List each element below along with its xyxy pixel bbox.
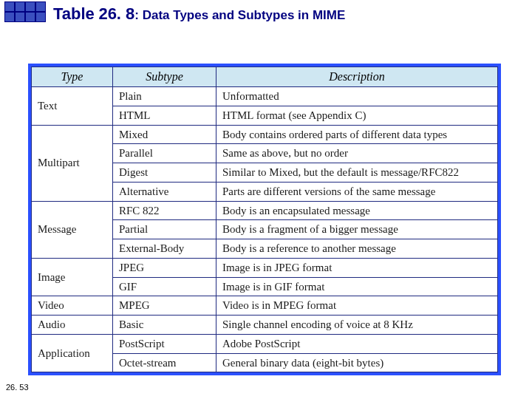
- table-header-row: Type Subtype Description: [32, 67, 498, 87]
- col-header-description: Description: [216, 67, 498, 87]
- subtype-cell: GIF: [113, 277, 216, 296]
- description-cell: Similar to Mixed, but the default is mes…: [216, 163, 498, 183]
- description-cell: Body is a fragment of a bigger message: [216, 220, 498, 239]
- description-cell: Same as above, but no order: [216, 144, 498, 163]
- subtype-cell: MPEG: [113, 296, 216, 316]
- slide-title: Table 26. 8: Data Types and Subtypes in …: [53, 4, 345, 24]
- subtype-cell: External-Body: [113, 239, 216, 259]
- table-row: MultipartMixedBody contains ordered part…: [32, 125, 498, 144]
- description-cell: Video is in MPEG format: [216, 296, 498, 316]
- type-cell: Message: [32, 201, 113, 258]
- decorative-grid-icon: [4, 1, 46, 22]
- description-cell: Unformatted: [216, 87, 498, 106]
- table-row: ApplicationPostScriptAdobe PostScript: [32, 334, 498, 353]
- title-rest: : Data Types and Subtypes in MIME: [134, 8, 345, 22]
- subtype-cell: Mixed: [113, 125, 216, 144]
- subtype-cell: Partial: [113, 220, 216, 239]
- subtype-cell: PostScript: [113, 334, 216, 353]
- subtype-cell: RFC 822: [113, 201, 216, 220]
- slide: Table 26. 8: Data Types and Subtypes in …: [0, 0, 532, 399]
- type-cell: Text: [32, 87, 113, 126]
- description-cell: Image is in JPEG format: [216, 258, 498, 277]
- description-cell: HTML format (see Appendix C): [216, 106, 498, 125]
- type-cell: Multipart: [32, 125, 113, 201]
- description-cell: Adobe PostScript: [216, 334, 498, 353]
- title-number: 26. 8: [98, 4, 134, 23]
- description-cell: Single channel encoding of voice at 8 KH…: [216, 316, 498, 335]
- subtype-cell: Parallel: [113, 144, 216, 163]
- table-row: VideoMPEGVideo is in MPEG format: [32, 296, 498, 316]
- description-cell: General binary data (eight-bit bytes): [216, 353, 498, 372]
- col-header-type: Type: [32, 67, 113, 87]
- type-cell: Video: [32, 296, 113, 316]
- description-cell: Body is a reference to another message: [216, 239, 498, 259]
- subtype-cell: Octet-stream: [113, 353, 216, 372]
- table-body: TextPlainUnformattedHTMLHTML format (see…: [32, 87, 498, 372]
- col-header-subtype: Subtype: [113, 67, 216, 87]
- type-cell: Image: [32, 258, 113, 296]
- table-row: MessageRFC 822Body is an encapsulated me…: [32, 201, 498, 220]
- description-cell: Image is in GIF format: [216, 277, 498, 296]
- table-row: AudioBasicSingle channel encoding of voi…: [32, 316, 498, 335]
- type-cell: Application: [32, 334, 113, 372]
- mime-table: Type Subtype Description TextPlainUnform…: [31, 66, 498, 372]
- subtype-cell: JPEG: [113, 258, 216, 277]
- subtype-cell: Basic: [113, 316, 216, 335]
- title-prefix: Table: [53, 4, 95, 23]
- description-cell: Parts are different versions of the same…: [216, 182, 498, 201]
- table-row: ImageJPEGImage is in JPEG format: [32, 258, 498, 277]
- table-row: TextPlainUnformatted: [32, 87, 498, 106]
- type-cell: Audio: [32, 316, 113, 335]
- slide-footer: 26. 53: [6, 383, 29, 392]
- description-cell: Body contains ordered parts of different…: [216, 125, 498, 144]
- subtype-cell: HTML: [113, 106, 216, 125]
- subtype-cell: Alternative: [113, 182, 216, 201]
- subtype-cell: Plain: [113, 87, 216, 106]
- mime-table-container: Type Subtype Description TextPlainUnform…: [28, 64, 501, 375]
- subtype-cell: Digest: [113, 163, 216, 183]
- description-cell: Body is an encapsulated message: [216, 201, 498, 220]
